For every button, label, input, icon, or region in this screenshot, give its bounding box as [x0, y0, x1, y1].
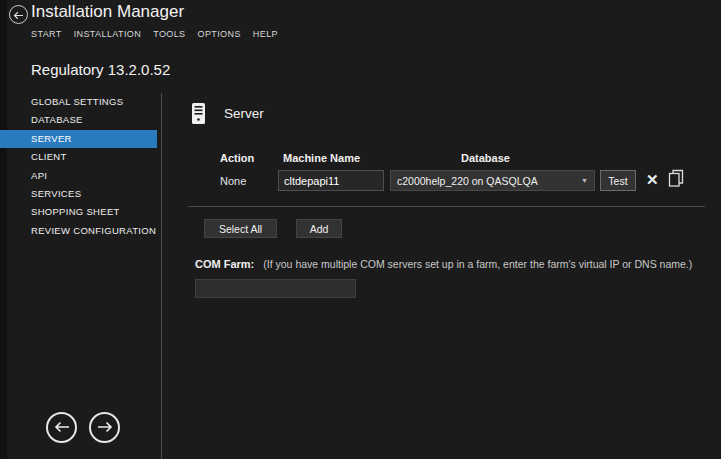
com-farm-hint: (If you have multiple COM servers set up… — [263, 258, 692, 270]
product-version-title: Regulatory 13.2.0.52 — [31, 61, 170, 78]
sidebar: GLOBAL SETTINGS DATABASE SERVER CLIENT A… — [0, 93, 157, 240]
test-button[interactable]: Test — [600, 170, 636, 191]
menu-item-start[interactable]: START — [31, 29, 62, 39]
section-title: Server — [224, 106, 264, 121]
delete-server-icon[interactable]: ✕ — [646, 171, 659, 189]
database-select[interactable]: c2000help_220 on QASQLQA ▼ — [390, 170, 595, 191]
menu-item-tools[interactable]: TOOLS — [153, 29, 185, 39]
next-step-button[interactable] — [89, 412, 120, 443]
app-title: Installation Manager — [31, 2, 184, 22]
arrow-left-icon — [54, 419, 70, 437]
sidebar-divider — [161, 93, 162, 459]
column-header-action: Action — [220, 152, 254, 164]
com-farm-label: COM Farm: — [195, 258, 254, 270]
back-arrow-icon — [13, 6, 24, 24]
sidebar-item-server[interactable]: SERVER — [0, 130, 157, 148]
column-header-machine-name: Machine Name — [283, 152, 360, 164]
back-button[interactable] — [9, 5, 28, 24]
menu-item-help[interactable]: HELP — [253, 29, 278, 39]
server-icon — [190, 102, 207, 129]
sidebar-item-global-settings[interactable]: GLOBAL SETTINGS — [0, 93, 157, 111]
action-value: None — [220, 175, 246, 187]
machine-name-input[interactable] — [278, 170, 384, 191]
select-all-button[interactable]: Select All — [204, 219, 277, 238]
section-separator — [188, 206, 705, 207]
arrow-right-icon — [97, 419, 113, 437]
sidebar-item-api[interactable]: API — [0, 167, 157, 185]
menu-bar: START INSTALLATION TOOLS OPTIONS HELP — [31, 29, 278, 39]
previous-step-button[interactable] — [46, 412, 77, 443]
sidebar-item-review-configuration[interactable]: REVIEW CONFIGURATION — [0, 222, 157, 240]
chevron-down-icon: ▼ — [581, 177, 588, 184]
sidebar-item-database[interactable]: DATABASE — [0, 111, 157, 129]
sidebar-item-client[interactable]: CLIENT — [0, 148, 157, 166]
database-selected-value: c2000help_220 on QASQLQA — [397, 175, 577, 187]
menu-item-installation[interactable]: INSTALLATION — [74, 29, 141, 39]
copy-server-icon[interactable] — [668, 169, 684, 192]
sidebar-item-shopping-sheet[interactable]: SHOPPING SHEET — [0, 203, 157, 221]
add-button[interactable]: Add — [296, 219, 342, 238]
column-header-database: Database — [461, 152, 510, 164]
com-farm-input[interactable] — [195, 279, 356, 298]
menu-item-options[interactable]: OPTIONS — [198, 29, 241, 39]
com-farm-row: COM Farm: (If you have multiple COM serv… — [195, 258, 692, 270]
sidebar-item-services[interactable]: SERVICES — [0, 185, 157, 203]
